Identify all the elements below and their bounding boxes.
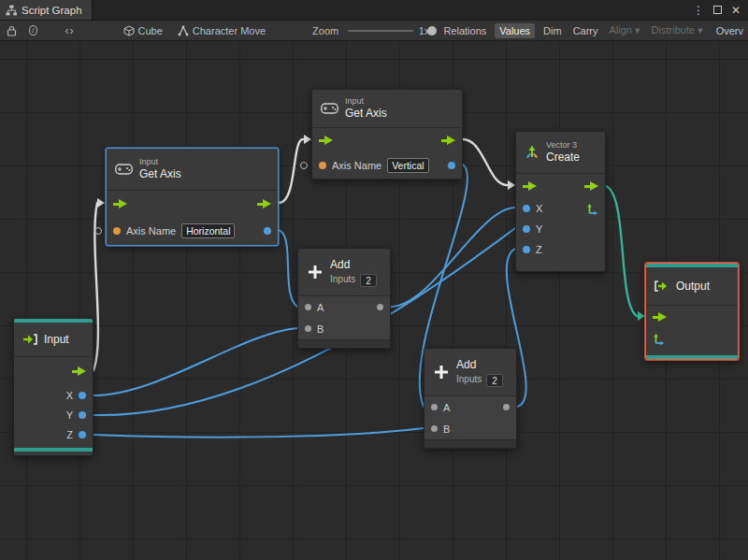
axis-name-port[interactable]	[319, 162, 326, 169]
axis-name-port[interactable]	[113, 227, 121, 235]
node-title: Add	[330, 258, 377, 272]
wire-vector3-to-output[interactable]	[606, 186, 637, 316]
flow-out-port[interactable]	[72, 366, 86, 377]
dim-button[interactable]: Dim	[539, 23, 567, 38]
lock-icon[interactable]	[7, 25, 17, 36]
wire-arrowhead	[508, 180, 515, 190]
graph-canvas[interactable]: Input Get Axis Axis Name Vertical	[0, 41, 748, 560]
info-icon[interactable]: i	[29, 25, 37, 36]
breadcrumb-character-move[interactable]: Character Move	[178, 25, 266, 36]
vector3-input-port-icon[interactable]	[653, 333, 665, 345]
flow-in-port[interactable]	[113, 199, 127, 209]
flow-out-port[interactable]	[257, 199, 271, 209]
axis-name-field[interactable]: Horizontal	[181, 223, 235, 238]
tab-script-graph[interactable]: Script Graph	[0, 0, 93, 20]
node-graph-input[interactable]: Input X Y Z	[13, 318, 94, 456]
wire-arrowhead	[638, 311, 645, 321]
node-title: Create	[546, 151, 580, 165]
input-b-label: B	[317, 323, 324, 335]
input-z-port[interactable]	[523, 246, 530, 253]
plus-icon	[307, 264, 324, 280]
node-get-axis-vertical[interactable]: Input Get Axis Axis Name Vertical	[311, 89, 463, 179]
value-out-port[interactable]	[448, 162, 455, 169]
breadcrumb-cube[interactable]: Cube	[123, 25, 163, 36]
node-title: Output	[676, 280, 710, 294]
inputs-label: Inputs	[456, 374, 482, 386]
unconnected-input-port[interactable]	[300, 162, 308, 169]
input-b-port[interactable]	[431, 425, 438, 432]
flow-out-port[interactable]	[441, 136, 455, 146]
unconnected-input-port[interactable]	[94, 227, 102, 235]
carry-button[interactable]: Carry	[568, 23, 603, 38]
wire-add1-to-vector3-x[interactable]	[391, 208, 515, 307]
align-caret-icon: ▾	[635, 24, 640, 36]
close-icon[interactable]: ✕	[731, 5, 741, 16]
port-row-y: Y	[516, 219, 605, 239]
node-title: Get Axis	[139, 167, 181, 181]
value-row	[646, 328, 738, 349]
node-kicker: Input	[345, 96, 387, 107]
value-row: Axis Name Vertical	[312, 152, 462, 179]
graph-asset-icon	[178, 25, 189, 36]
node-get-axis-horizontal[interactable]: Input Get Axis Axis Name Horizontal	[106, 148, 279, 246]
vector3-icon	[525, 145, 539, 160]
value-out-port[interactable]	[264, 227, 271, 235]
flow-in-port[interactable]	[319, 136, 333, 146]
inputs-count-stepper[interactable]: 2	[360, 274, 377, 287]
zoom-slider-handle[interactable]	[427, 26, 437, 36]
wire-input-z-to-add2-b[interactable]	[94, 428, 424, 438]
wire-input-x-to-add1-b[interactable]	[94, 328, 297, 395]
node-title: Add	[456, 358, 503, 372]
overview-button[interactable]: Overv	[712, 23, 748, 38]
align-dropdown[interactable]: Align ▾	[605, 22, 645, 38]
input-x-port[interactable]	[523, 205, 530, 212]
zoom-label: Zoom	[312, 25, 338, 36]
node-add-2[interactable]: Add Inputs 2 A B	[424, 348, 517, 449]
port-row-b: B	[424, 418, 516, 439]
input-y-port[interactable]	[523, 225, 530, 233]
gamepad-icon	[115, 164, 133, 175]
port-row-z: Z	[516, 239, 605, 260]
script-graph-window: Script Graph ⋮ ✕ i ‹› Cube	[0, 0, 748, 560]
axis-name-field[interactable]: Vertical	[387, 158, 428, 173]
flow-out-port[interactable]	[584, 181, 598, 192]
node-vector3-create[interactable]: Vector 3 Create X	[515, 131, 606, 272]
output-y-port[interactable]	[79, 411, 86, 419]
inputs-count-stepper[interactable]: 2	[486, 374, 503, 387]
node-add-1[interactable]: Add Inputs 2 A B	[297, 248, 391, 349]
output-z-port[interactable]	[79, 431, 86, 438]
distribute-dropdown[interactable]: Distribute ▾	[647, 22, 708, 38]
wire-horizontal-to-add1-a[interactable]	[279, 230, 297, 307]
maximize-icon[interactable]	[713, 6, 722, 14]
port-row-a: A	[298, 296, 390, 318]
result-port[interactable]	[377, 304, 383, 310]
input-a-port[interactable]	[431, 404, 438, 410]
kebab-menu-icon[interactable]: ⋮	[693, 5, 704, 16]
flow-in-port[interactable]	[653, 312, 667, 323]
input-b-port[interactable]	[305, 325, 311, 332]
input-icon	[22, 334, 37, 345]
script-graph-icon	[6, 5, 17, 16]
zoom-slider[interactable]	[348, 30, 413, 32]
node-graph-output[interactable]: Output	[645, 263, 739, 360]
wire-arrowhead	[97, 198, 105, 208]
teal-strip	[646, 355, 738, 359]
output-x-port[interactable]	[79, 392, 86, 399]
align-label: Align	[610, 24, 632, 36]
input-a-port[interactable]	[305, 304, 311, 310]
port-row-a: A	[424, 396, 516, 418]
flow-in-port[interactable]	[523, 181, 537, 192]
result-port[interactable]	[503, 404, 510, 410]
wire-getaxis-horizontal-to-vertical[interactable]	[279, 139, 303, 203]
flow-row	[107, 191, 278, 217]
node-header: Input Get Axis	[312, 90, 462, 127]
relations-button[interactable]: Relations	[439, 23, 491, 38]
full-screen-icon[interactable]: ‹›	[65, 24, 75, 37]
wire-getaxis-vertical-to-vector3[interactable]	[463, 139, 507, 185]
flow-row	[312, 128, 462, 152]
node-footer	[298, 339, 390, 348]
tab-title: Script Graph	[22, 5, 82, 16]
values-button[interactable]: Values	[495, 23, 535, 38]
node-header: Add Inputs 2	[298, 249, 390, 295]
vector3-result-port-icon[interactable]	[586, 203, 598, 215]
